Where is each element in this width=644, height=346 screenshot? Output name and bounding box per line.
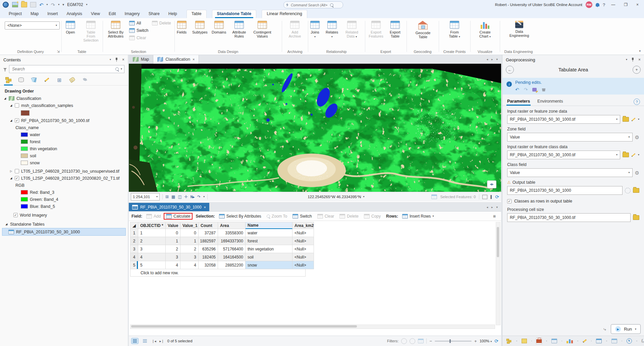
layer-checkbox[interactable]: ✓ (15, 118, 19, 123)
select-all-button[interactable]: All (129, 21, 141, 25)
zoom-in-icon[interactable]: + (474, 339, 477, 344)
tab-standalone-table[interactable]: Standalone Table (212, 10, 256, 18)
fields-button[interactable]: Fields (175, 20, 188, 35)
notes-dock-icon[interactable] (522, 338, 527, 344)
command-search[interactable] (283, 1, 343, 8)
browse-folder-icon[interactable] (623, 117, 629, 122)
edit-vertices-dock-icon[interactable] (583, 338, 587, 344)
tool-help-icon[interactable]: ? (634, 99, 640, 105)
tab-insert[interactable]: Insert (43, 10, 62, 18)
table-row[interactable]: 4 4 3 3 182405 164164500 soil <Null> (130, 253, 314, 261)
tab-table-context[interactable]: Table (187, 10, 206, 18)
tab-linear-referencing[interactable]: Linear Referencing (262, 10, 307, 18)
geoprocessing-dock-icon[interactable] (536, 338, 542, 344)
table-menu-icon[interactable]: ≡ (493, 214, 498, 219)
legend-swatch[interactable] (21, 139, 28, 144)
contents-close-icon[interactable]: × (122, 57, 124, 62)
tab-view[interactable]: View (87, 10, 104, 18)
panel-menu-icon[interactable]: ▾ (626, 58, 627, 61)
tab-edit[interactable]: Edit (105, 10, 120, 18)
column-header[interactable]: Value (166, 222, 180, 229)
go-to-last-icon[interactable]: ▸❘ (159, 339, 164, 343)
tab-share[interactable]: Share (145, 10, 164, 18)
tab-project[interactable]: Project (5, 10, 26, 18)
grid-icon[interactable]: ▦ (171, 194, 175, 199)
layer-rf-raster[interactable]: ◢ ✓ RF_PBIA_20110730_50_30_1000.tif (0, 117, 128, 124)
band-swatch[interactable] (21, 197, 28, 201)
attribute-rules-button[interactable]: Attribute Rules (228, 20, 250, 39)
map-viewport[interactable] (129, 64, 501, 192)
attributes-dock-icon[interactable] (551, 338, 557, 344)
snap-options-chevron-icon[interactable]: ▾ (203, 195, 205, 198)
close-button[interactable]: × (634, 2, 641, 7)
zoom-percent[interactable]: 100% ▾ (480, 339, 492, 343)
layer-landsat[interactable]: ◢ ✓ LT05_L2SP_046028_20110730_20200820_0… (0, 175, 128, 182)
cell-size-input[interactable]: RF_PBIA_20110730_50_30_1000.tif (507, 213, 631, 222)
layer-iso-unsupervised[interactable]: ▷ LT05_L2SP_046028_20110730_iso_unsuperv… (0, 168, 128, 175)
switch-selection-button[interactable]: Switch (129, 28, 148, 33)
pin-icon[interactable] (115, 58, 118, 62)
class-data-combo[interactable]: RF_PBIA_20110730_50_30_1000.tif▾ (507, 151, 620, 159)
discard-edits-icon[interactable] (541, 88, 546, 92)
history-dock-icon[interactable] (627, 338, 632, 344)
data-engineering-button[interactable]: Data Engineering (507, 20, 532, 38)
scrollbar-thumb[interactable] (497, 227, 499, 257)
browse-folder-icon[interactable] (623, 153, 629, 157)
browse-folder-icon[interactable] (633, 188, 639, 193)
samples-symbol[interactable] (0, 109, 128, 117)
horizontal-scrollbar[interactable] (130, 325, 495, 329)
table-row-current[interactable]: 5 5 4 4 32058 28852200 snow <Null> (130, 261, 314, 269)
close-tab-icon[interactable]: × (193, 57, 195, 61)
classes-as-rows-checkbox[interactable]: ✓ Classes as rows in output table (502, 195, 644, 204)
tab-analysis[interactable]: Analysis (63, 10, 87, 18)
tab-scroll-left-icon[interactable]: ◂ (486, 206, 488, 209)
gear-icon[interactable]: ⚙ (635, 170, 639, 175)
legend-swatch[interactable] (21, 147, 28, 151)
layer-checkbox[interactable]: ✓ (13, 213, 18, 217)
contingent-values-button[interactable]: Contingent Values (251, 20, 274, 39)
contents-menu-icon[interactable]: ▾ (110, 58, 111, 61)
list-by-drawing-order-icon[interactable] (5, 76, 12, 83)
list-by-selection-icon[interactable] (30, 76, 38, 83)
checkbox[interactable]: ✓ (507, 199, 512, 204)
edit-options-chevron-icon[interactable]: ▾ (638, 154, 639, 156)
undo-icon[interactable]: ↶ (39, 2, 44, 7)
filter-icon[interactable] (3, 68, 7, 72)
contents-search-input[interactable] (11, 66, 113, 72)
edit-pencil-icon[interactable] (632, 118, 636, 121)
back-icon[interactable]: ← (506, 66, 514, 74)
band-green[interactable]: Green: Band_4 (0, 196, 128, 203)
legend-item-water[interactable]: water (0, 131, 128, 138)
table-view-tab[interactable]: RF_PBIA_20110730_50_30_1000 × (129, 203, 209, 211)
legend-swatch[interactable] (21, 161, 28, 165)
pause-drawing-icon[interactable]: ∥ (490, 194, 492, 199)
symbol-swatch[interactable] (21, 110, 30, 116)
dialog-launcher-icon[interactable]: ⇲ (57, 50, 60, 53)
project-menu[interactable]: EGM702 (67, 2, 83, 7)
contents-dock-icon[interactable] (506, 338, 512, 344)
expand-icon[interactable]: ◢ (5, 223, 8, 226)
search-options-chevron-icon[interactable]: ▾ (121, 68, 122, 70)
select-by-attributes-button[interactable]: Select By Attributes (217, 213, 263, 219)
expand-icon[interactable]: ◢ (9, 104, 13, 107)
collapsed-icon[interactable]: ▷ (9, 170, 13, 173)
open-table-button[interactable]: Open (64, 20, 76, 35)
list-by-data-source-icon[interactable] (17, 76, 25, 83)
browse-folder-icon[interactable] (633, 215, 639, 220)
zoom-out-icon[interactable]: − (429, 339, 432, 344)
customize-toolbar-icon[interactable]: ▾ (62, 3, 64, 6)
add-new-row[interactable]: Click to add new row. (130, 269, 306, 277)
table-row[interactable]: 1 1 0 0 37287 33558300 water <Null> (130, 229, 314, 237)
tab-map[interactable]: Map (26, 10, 43, 18)
layer-checkbox[interactable]: ✓ (15, 176, 19, 180)
export-table-button[interactable]: Export Table (386, 20, 404, 39)
map-view-tab[interactable]: Map (129, 55, 153, 64)
calculate-field-button[interactable]: Calculate (164, 213, 192, 219)
map-coordinates[interactable]: 122.2545265°W 46.2334395°N▾ (308, 195, 364, 199)
trace-icon[interactable]: ↷ (197, 194, 201, 199)
table-row[interactable]: 3 3 2 2 635296 571766400 thin vegetation… (130, 245, 314, 253)
list-by-editing-icon[interactable] (43, 76, 50, 83)
new-extent-icon[interactable]: ⊞ (165, 194, 169, 199)
tab-parameters[interactable]: Parameters (506, 98, 531, 106)
gear-icon[interactable]: ⚙ (635, 135, 639, 140)
